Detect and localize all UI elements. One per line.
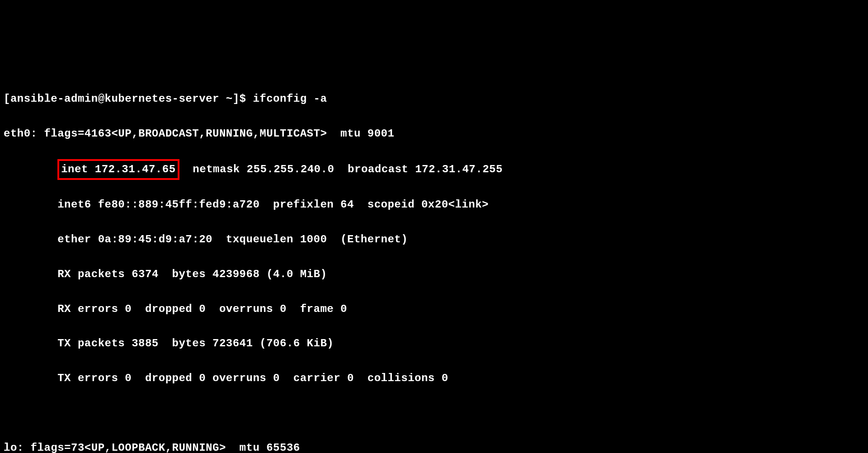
- eth0-tx-packets: TX packets 3885 bytes 723641 (706.6 KiB): [4, 335, 864, 352]
- eth0-ether: ether 0a:89:45:d9:a7:20 txqueuelen 1000 …: [4, 231, 864, 248]
- eth0-tx-errors: TX errors 0 dropped 0 overruns 0 carrier…: [4, 370, 864, 387]
- eth0-inet6: inet6 fe80::889:45ff:fed9:a720 prefixlen…: [4, 196, 864, 213]
- eth0-header: eth0: flags=4163<UP,BROADCAST,RUNNING,MU…: [4, 125, 864, 142]
- eth0-rx-errors: RX errors 0 dropped 0 overruns 0 frame 0: [4, 301, 864, 318]
- blank-line: [4, 405, 864, 422]
- terminal-output: [ansible-admin@kubernetes-server ~]$ ifc…: [4, 73, 864, 453]
- shell-prompt: [ansible-admin@kubernetes-server ~]$: [4, 93, 253, 105]
- lo-header: lo: flags=73<UP,LOOPBACK,RUNNING> mtu 65…: [4, 439, 864, 453]
- inet-highlight: inet 172.31.47.65: [57, 159, 179, 180]
- eth0-inet-line: inet 172.31.47.65 netmask 255.255.240.0 …: [4, 160, 864, 179]
- command-text: ifconfig -a: [253, 93, 327, 105]
- eth0-rx-packets: RX packets 6374 bytes 4239968 (4.0 MiB): [4, 266, 864, 283]
- command-line[interactable]: [ansible-admin@kubernetes-server ~]$ ifc…: [4, 90, 864, 108]
- inet-rest: netmask 255.255.240.0 broadcast 172.31.4…: [179, 163, 503, 175]
